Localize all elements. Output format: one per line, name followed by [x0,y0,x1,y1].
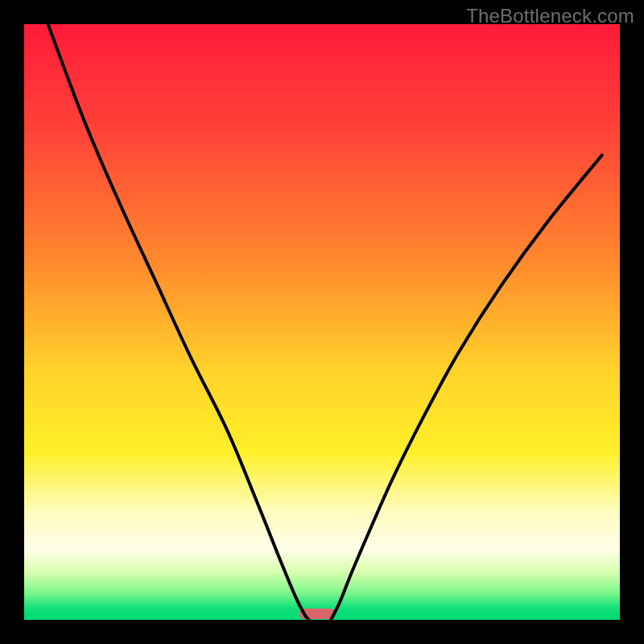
bottleneck-chart [0,0,644,644]
gradient-background [24,24,620,620]
chart-frame: TheBottleneck.com [0,0,644,644]
